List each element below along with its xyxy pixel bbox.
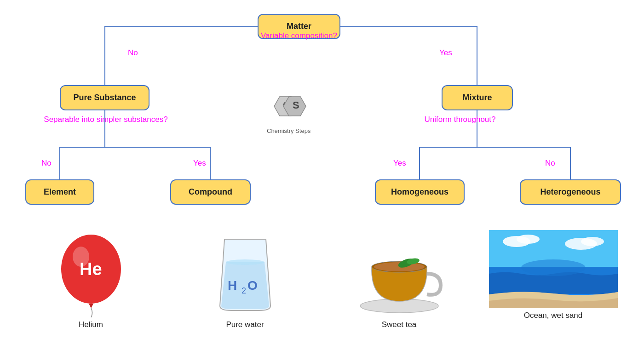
- water-caption: Pure water: [226, 320, 264, 329]
- svg-point-36: [517, 235, 540, 244]
- svg-text:H: H: [228, 278, 237, 293]
- svg-text:O: O: [247, 278, 258, 293]
- helium-item: He Helium: [22, 230, 160, 329]
- svg-text:S: S: [293, 99, 299, 111]
- branch-no-sep: No: [41, 159, 52, 168]
- node-mixture: Mixture: [442, 85, 513, 110]
- question-variable-composition: Variable composition?: [248, 31, 350, 40]
- branch-yes-right: Yes: [439, 48, 452, 58]
- water-item: H 2 O Pure water: [176, 230, 314, 329]
- balloon-svg: He: [54, 230, 128, 317]
- svg-text:He: He: [80, 259, 102, 279]
- branch-no-left: No: [128, 48, 138, 58]
- helium-caption: Helium: [79, 320, 103, 329]
- node-homogeneous: Homogeneous: [375, 179, 465, 205]
- question-separable: Separable into simpler substances?: [18, 115, 193, 124]
- svg-point-40: [521, 259, 586, 276]
- glass-svg: H 2 O: [208, 230, 282, 317]
- beach-caption: Ocean, wet sand: [524, 311, 583, 320]
- tea-caption: Sweet tea: [382, 320, 417, 329]
- question-uniform: Uniform throughout?: [400, 115, 520, 124]
- node-pure-substance: Pure Substance: [60, 85, 150, 110]
- chemistry-steps-logo: C S Chemistry Steps: [267, 92, 310, 134]
- flowchart: Matter Pure Substance Mixture Element Co…: [0, 0, 644, 230]
- node-heterogeneous: Heterogeneous: [520, 179, 621, 205]
- beach-item: Ocean, wet sand: [484, 230, 622, 320]
- tea-item: Sweet tea: [330, 230, 468, 329]
- branch-no-uni: No: [545, 159, 555, 168]
- branch-yes-uni: Yes: [393, 159, 406, 168]
- node-compound: Compound: [170, 179, 251, 205]
- svg-text:2: 2: [242, 286, 246, 295]
- svg-marker-22: [89, 304, 93, 308]
- svg-point-38: [581, 237, 604, 246]
- svg-point-24: [226, 259, 264, 265]
- branch-yes-sep: Yes: [193, 159, 206, 168]
- beach-svg: [489, 230, 618, 308]
- images-row: He Helium H 2 O Pure water: [0, 230, 644, 329]
- tea-svg: [351, 230, 448, 317]
- node-element: Element: [25, 179, 94, 205]
